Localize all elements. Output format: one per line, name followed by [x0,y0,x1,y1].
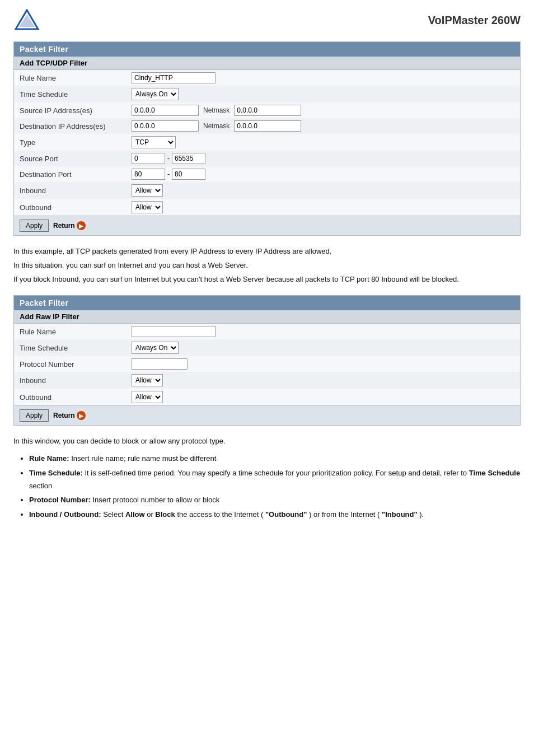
bullet-time-schedule-bold: Time Schedule: [29,469,83,477]
dest-port-sep: - [167,170,170,178]
bullet-allow-bold: Allow [125,510,145,519]
panel2-return-label: Return [53,412,75,419]
bullet-time-schedule-bold2: Time Schedule [469,469,521,477]
panel1-subtitle: Add TCP/UDP Filter [14,57,520,70]
panel2-button-row: Apply Return ▶ [14,405,520,425]
type-select[interactable]: TCP UDP TCP/UDP [132,136,176,148]
desc-block-1: In this example, all TCP packets generat… [13,246,521,285]
inbound-row: Inbound Allow Block [14,182,520,199]
desc1-p1: In this example, all TCP packets generat… [13,246,521,258]
bullet-inbound-outbound-text3: the access to the Internet ( [177,510,263,519]
dest-port-row: Destination Port - [14,166,520,182]
panel1-button-row: Apply Return ▶ [14,216,520,235]
bullet-protocol-number: Protocol Number: Insert protocol number … [29,493,521,506]
dest-port-label: Destination Port [14,166,126,182]
bullet-inbound-outbound-bold: Inbound / Outbound: [29,510,101,519]
dest-ip-input[interactable] [132,120,199,132]
raw-outbound-select[interactable]: Allow Block [132,391,163,403]
outbound-row: Outbound Allow Block [14,199,520,216]
rule-name-label: Rule Name [14,70,126,86]
source-port-row: Source Port - [14,151,520,166]
type-label: Type [14,134,126,151]
dest-port-to-input[interactable] [172,169,205,180]
header: ATLANTIS VoIPMaster 260W [13,9,521,31]
desc2-bullet-list: Rule Name: Insert rule name; rule name m… [29,452,521,521]
protocol-number-row: Protocol Number [14,356,520,372]
desc2-intro: In this window, you can decide to block … [13,436,521,447]
outbound-label: Outbound [14,199,126,216]
source-ip-row: Source IP Address(es) Netmask [14,102,520,118]
raw-rule-name-input[interactable] [132,326,216,337]
panel2-return-icon: ▶ [77,411,86,420]
bullet-inbound-outbound-text4: ) or from the Internet ( [309,510,380,519]
bullet-outbound-quote: "Outbound" [265,510,307,519]
dest-ip-label: Destination IP Address(es) [14,118,126,134]
panel1-title: Packet Filter [14,42,520,57]
bullet-rule-name-text: Insert rule name; rule name must be diff… [71,454,216,463]
panel2-title: Packet Filter [14,296,520,310]
rule-name-input[interactable] [132,72,216,83]
logo-area: ATLANTIS [13,9,43,31]
type-row: Type TCP UDP TCP/UDP [14,134,520,151]
panel2-return-button[interactable]: Return ▶ [53,411,86,420]
source-port-label: Source Port [14,151,126,166]
raw-inbound-select[interactable]: Allow Block [132,374,163,386]
source-netmask-label: Netmask [203,106,229,114]
raw-rule-name-label: Rule Name [14,324,126,339]
raw-time-schedule-row: Time Schedule Always On Custom 1 Custom … [14,339,520,356]
tcp-udp-filter-panel: Packet Filter Add TCP/UDP Filter Rule Na… [13,41,521,236]
inbound-select[interactable]: Allow Block [132,184,163,197]
source-port-to-input[interactable] [172,153,205,164]
dest-ip-row: Destination IP Address(es) Netmask [14,118,520,134]
bullet-protocol-number-text: Insert protocol number to allow or block [92,496,219,504]
raw-time-schedule-select[interactable]: Always On Custom 1 Custom 2 [132,342,179,354]
bullet-inbound-outbound-text5: ). [419,510,424,519]
raw-ip-filter-panel: Packet Filter Add Raw IP Filter Rule Nam… [13,295,521,426]
bullet-time-schedule-text: It is self-defined time period. You may … [85,469,469,477]
panel2-apply-button[interactable]: Apply [20,409,49,422]
raw-outbound-label: Outbound [14,389,126,405]
time-schedule-row: Time Schedule Always On Custom 1 Custom … [14,86,520,102]
bullet-inbound-quote: "Inbound" [382,510,418,519]
dest-netmask-label: Netmask [203,122,229,130]
dest-port-from-input[interactable] [132,169,165,180]
source-ip-input[interactable] [132,105,199,116]
bullet-protocol-number-bold: Protocol Number: [29,496,91,504]
source-ip-label: Source IP Address(es) [14,102,126,118]
protocol-number-label: Protocol Number [14,356,126,372]
protocol-number-input[interactable] [132,358,188,370]
bullet-inbound-outbound: Inbound / Outbound: Select Allow or Bloc… [29,508,521,521]
bullet-inbound-outbound-text1: Select [103,510,125,519]
time-schedule-label: Time Schedule [14,86,126,102]
panel1-return-label: Return [53,222,75,230]
atlantis-logo-icon: ATLANTIS [13,9,40,31]
rule-name-row: Rule Name [14,70,520,86]
desc-block-2: In this window, you can decide to block … [13,436,521,521]
inbound-label: Inbound [14,182,126,199]
panel1-return-icon: ▶ [77,221,86,230]
dest-netmask-input[interactable] [234,120,301,132]
raw-outbound-row: Outbound Allow Block [14,389,520,405]
bullet-time-schedule-text2: section [29,482,52,490]
time-schedule-select[interactable]: Always On Custom 1 Custom 2 [132,88,179,100]
outbound-select[interactable]: Allow Block [132,201,163,213]
panel1-return-button[interactable]: Return ▶ [53,221,86,230]
desc1-p3: If you block Inbound, you can surf on In… [13,274,521,286]
bullet-inbound-outbound-text2: or [147,510,155,519]
bullet-time-schedule: Time Schedule: It is self-defined time p… [29,466,521,493]
product-title: VoIPMaster 260W [428,14,521,27]
raw-time-schedule-label: Time Schedule [14,339,126,356]
bullet-rule-name: Rule Name: Insert rule name; rule name m… [29,452,521,465]
panel2-subtitle: Add Raw IP Filter [14,310,520,324]
bullet-rule-name-bold: Rule Name: [29,454,69,463]
tcp-udp-form-table: Rule Name Time Schedule Always On Custom… [14,70,520,216]
raw-rule-name-row: Rule Name [14,324,520,339]
raw-ip-form-table: Rule Name Time Schedule Always On Custom… [14,324,520,405]
source-port-from-input[interactable] [132,153,165,164]
bullet-block-bold: Block [155,510,175,519]
raw-inbound-label: Inbound [14,372,126,389]
desc1-p2: In this situation, you can surf on Inter… [13,260,521,272]
source-netmask-input[interactable] [234,105,301,116]
panel1-apply-button[interactable]: Apply [20,220,49,232]
raw-inbound-row: Inbound Allow Block [14,372,520,389]
